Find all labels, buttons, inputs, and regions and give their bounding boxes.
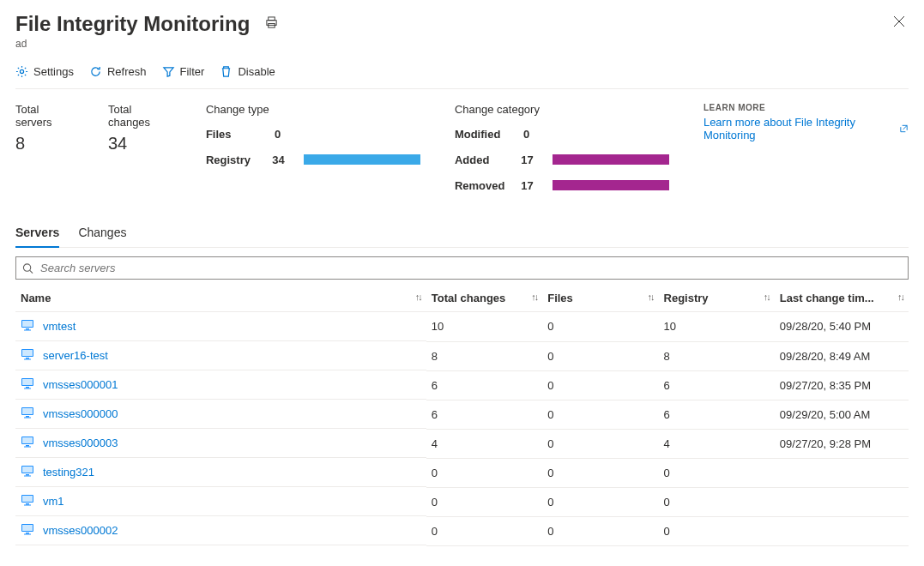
total-changes-label: Total changes <box>108 103 172 129</box>
cell-total: 6 <box>426 400 542 429</box>
disable-button[interactable]: Disable <box>220 63 275 80</box>
server-link[interactable]: vm1 <box>43 495 64 508</box>
server-link[interactable]: testing321 <box>43 466 94 479</box>
server-link[interactable]: vmtest <box>43 320 75 333</box>
registry-value: 34 <box>272 154 297 166</box>
cell-time: 09/27/20, 9:28 PM <box>775 429 909 458</box>
gear-icon <box>15 65 28 78</box>
col-last-change[interactable]: Last change tim...↑↓ <box>775 285 909 312</box>
search-input[interactable] <box>15 256 909 280</box>
sort-icon: ↑↓ <box>764 292 770 302</box>
cell-registry: 4 <box>659 429 775 458</box>
learn-more-label: LEARN MORE <box>704 103 909 112</box>
files-label: Files <box>206 128 275 141</box>
cell-registry: 0 <box>659 458 775 487</box>
toolbar: Settings Refresh Filter Disable <box>15 63 909 89</box>
filter-icon <box>162 65 175 78</box>
cell-time: 09/29/20, 5:00 AM <box>775 400 909 429</box>
cell-files: 0 <box>542 341 658 370</box>
server-icon <box>21 318 34 334</box>
cell-total: 10 <box>426 312 542 342</box>
table-row: vmsses00000160609/27/20, 8:35 PM <box>15 370 909 400</box>
col-registry[interactable]: Registry↑↓ <box>659 285 775 312</box>
tab-servers[interactable]: Servers <box>15 220 59 248</box>
svg-rect-14 <box>26 358 29 359</box>
svg-rect-27 <box>24 447 31 448</box>
table-row: vmtest1001009/28/20, 5:40 PM <box>15 312 909 342</box>
server-icon <box>21 347 34 364</box>
svg-rect-13 <box>22 350 33 356</box>
cell-registry: 0 <box>659 516 775 545</box>
table-row: vmsses00000340409/27/20, 9:28 PM <box>15 429 909 458</box>
search-icon <box>22 262 33 274</box>
svg-rect-25 <box>22 437 33 443</box>
server-link[interactable]: vmsses000000 <box>43 407 118 420</box>
modified-value: 0 <box>523 128 549 141</box>
server-icon <box>21 406 34 422</box>
col-name[interactable]: Name↑↓ <box>15 285 426 312</box>
cell-time: 09/28/20, 5:40 PM <box>775 312 909 342</box>
cell-time <box>775 487 909 516</box>
change-category-label: Change category <box>455 103 669 116</box>
svg-rect-22 <box>26 416 29 418</box>
cell-registry: 0 <box>659 487 775 516</box>
svg-rect-17 <box>22 379 33 385</box>
search-wrap <box>15 256 909 280</box>
cell-total: 0 <box>426 487 542 516</box>
modified-label: Modified <box>455 128 523 141</box>
servers-table: Name↑↓ Total changes↑↓ Files↑↓ Registry↑… <box>15 285 909 546</box>
added-label: Added <box>455 154 521 166</box>
settings-button[interactable]: Settings <box>15 63 74 80</box>
server-link[interactable]: vmsses000003 <box>43 437 118 449</box>
refresh-icon <box>89 65 102 78</box>
svg-rect-0 <box>269 17 275 21</box>
cell-files: 0 <box>542 370 658 400</box>
print-button[interactable] <box>262 13 281 35</box>
server-link[interactable]: server16-test <box>43 349 108 362</box>
table-row: server16-test80809/28/20, 8:49 AM <box>15 341 909 370</box>
registry-bar <box>304 154 420 165</box>
cell-time: 09/28/20, 8:49 AM <box>775 341 909 370</box>
server-link[interactable]: vmsses000001 <box>43 378 118 391</box>
col-files[interactable]: Files↑↓ <box>542 285 658 312</box>
learn-more-link[interactable]: Learn more about File Integrity Monitori… <box>704 116 909 142</box>
added-bar <box>553 154 669 165</box>
cell-time <box>775 516 909 545</box>
tab-changes[interactable]: Changes <box>78 220 126 248</box>
close-button[interactable] <box>890 12 909 33</box>
added-value: 17 <box>521 154 546 166</box>
table-row: vmsses000002000 <box>15 516 909 545</box>
cell-files: 0 <box>542 312 658 342</box>
svg-point-5 <box>20 69 23 73</box>
svg-rect-29 <box>22 467 33 473</box>
page-title: File Integrity Monitoring <box>15 12 250 36</box>
svg-rect-23 <box>24 418 31 418</box>
svg-rect-35 <box>24 505 31 506</box>
cell-registry: 10 <box>659 312 775 342</box>
svg-rect-34 <box>26 503 29 505</box>
svg-rect-31 <box>24 476 31 477</box>
svg-rect-33 <box>22 496 33 502</box>
server-icon <box>21 435 34 451</box>
subtitle: ad <box>15 38 281 50</box>
svg-rect-18 <box>26 387 29 388</box>
removed-value: 17 <box>521 179 546 192</box>
total-servers-label: Total servers <box>15 103 74 129</box>
cell-total: 4 <box>426 429 542 458</box>
col-total-changes[interactable]: Total changes↑↓ <box>426 285 542 312</box>
refresh-button[interactable]: Refresh <box>89 63 147 80</box>
cell-registry: 6 <box>659 400 775 429</box>
change-type-label: Change type <box>206 103 420 116</box>
svg-rect-15 <box>24 359 31 360</box>
svg-rect-39 <box>24 534 31 535</box>
svg-rect-10 <box>26 328 29 330</box>
cell-time <box>775 458 909 487</box>
table-row: vmsses00000060609/29/20, 5:00 AM <box>15 400 909 429</box>
filter-button[interactable]: Filter <box>162 63 205 80</box>
svg-rect-21 <box>22 408 33 414</box>
sort-icon: ↑↓ <box>897 292 903 302</box>
cell-files: 0 <box>542 429 658 458</box>
disable-label: Disable <box>238 65 275 78</box>
total-changes-value: 34 <box>108 134 172 154</box>
server-link[interactable]: vmsses000002 <box>43 524 118 537</box>
